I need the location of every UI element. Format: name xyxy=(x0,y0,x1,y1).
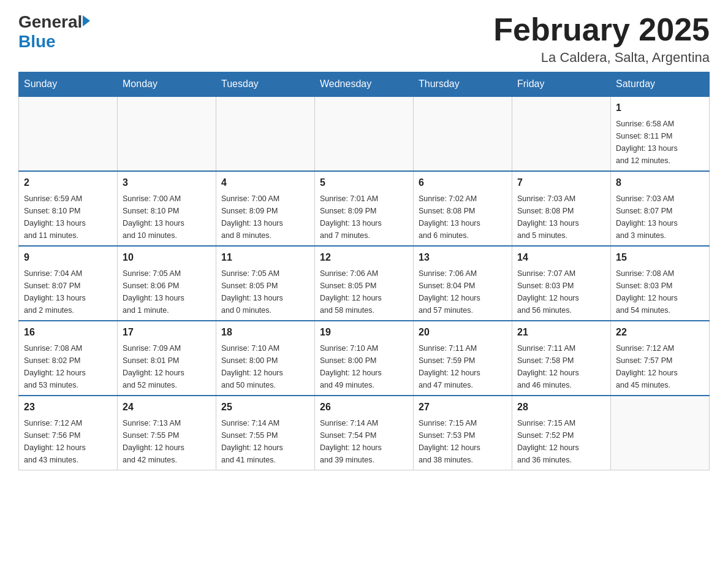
day-number: 21 xyxy=(517,325,605,340)
weekday-header-wednesday: Wednesday xyxy=(315,72,414,97)
day-number: 26 xyxy=(320,400,408,415)
weekday-header-tuesday: Tuesday xyxy=(216,72,315,97)
calendar-day-3-5: 21Sunrise: 7:11 AM Sunset: 7:58 PM Dayli… xyxy=(512,321,611,396)
calendar-day-4-6 xyxy=(611,396,710,470)
logo-general-text: General xyxy=(18,12,82,32)
day-number: 17 xyxy=(123,325,211,340)
day-info: Sunrise: 7:12 AM Sunset: 7:57 PM Dayligh… xyxy=(616,342,704,391)
calendar-day-3-4: 20Sunrise: 7:11 AM Sunset: 7:59 PM Dayli… xyxy=(414,321,512,396)
calendar-day-1-4: 6Sunrise: 7:02 AM Sunset: 8:08 PM Daylig… xyxy=(414,171,512,246)
day-number: 28 xyxy=(517,400,605,415)
day-number: 22 xyxy=(616,325,704,340)
day-info: Sunrise: 7:12 AM Sunset: 7:56 PM Dayligh… xyxy=(24,417,112,466)
calendar-day-0-3 xyxy=(315,96,414,171)
logo-area: General Blue xyxy=(18,12,90,52)
day-info: Sunrise: 7:13 AM Sunset: 7:55 PM Dayligh… xyxy=(123,417,211,466)
day-number: 24 xyxy=(123,400,211,415)
day-number: 27 xyxy=(419,400,507,415)
calendar-day-1-2: 4Sunrise: 7:00 AM Sunset: 8:09 PM Daylig… xyxy=(216,171,315,246)
calendar-week-2: 2Sunrise: 6:59 AM Sunset: 8:10 PM Daylig… xyxy=(19,171,710,246)
calendar-header: SundayMondayTuesdayWednesdayThursdayFrid… xyxy=(19,72,710,97)
day-info: Sunrise: 7:02 AM Sunset: 8:08 PM Dayligh… xyxy=(419,193,507,242)
day-info: Sunrise: 7:10 AM Sunset: 8:00 PM Dayligh… xyxy=(221,342,309,391)
weekday-header-sunday: Sunday xyxy=(19,72,118,97)
day-info: Sunrise: 7:05 AM Sunset: 8:06 PM Dayligh… xyxy=(123,267,211,316)
calendar-week-4: 16Sunrise: 7:08 AM Sunset: 8:02 PM Dayli… xyxy=(19,321,710,396)
calendar-week-3: 9Sunrise: 7:04 AM Sunset: 8:07 PM Daylig… xyxy=(19,246,710,321)
month-title: February 2025 xyxy=(493,12,710,47)
weekday-header-saturday: Saturday xyxy=(611,72,710,97)
calendar-day-0-6: 1Sunrise: 6:58 AM Sunset: 8:11 PM Daylig… xyxy=(611,96,710,171)
day-number: 19 xyxy=(320,325,408,340)
logo-blue-text: Blue xyxy=(18,32,56,51)
day-info: Sunrise: 7:11 AM Sunset: 7:58 PM Dayligh… xyxy=(517,342,605,391)
day-number: 6 xyxy=(419,175,507,190)
day-number: 9 xyxy=(24,250,112,265)
day-info: Sunrise: 7:10 AM Sunset: 8:00 PM Dayligh… xyxy=(320,342,408,391)
day-info: Sunrise: 7:07 AM Sunset: 8:03 PM Dayligh… xyxy=(517,267,605,316)
day-info: Sunrise: 7:00 AM Sunset: 8:10 PM Dayligh… xyxy=(123,193,211,242)
day-info: Sunrise: 7:08 AM Sunset: 8:03 PM Dayligh… xyxy=(616,267,704,316)
day-number: 20 xyxy=(419,325,507,340)
calendar-day-2-5: 14Sunrise: 7:07 AM Sunset: 8:03 PM Dayli… xyxy=(512,246,611,321)
calendar-day-4-1: 24Sunrise: 7:13 AM Sunset: 7:55 PM Dayli… xyxy=(118,396,216,470)
day-info: Sunrise: 7:05 AM Sunset: 8:05 PM Dayligh… xyxy=(221,267,309,316)
day-info: Sunrise: 7:08 AM Sunset: 8:02 PM Dayligh… xyxy=(24,342,112,391)
calendar-table: SundayMondayTuesdayWednesdayThursdayFrid… xyxy=(18,72,710,470)
day-info: Sunrise: 7:06 AM Sunset: 8:04 PM Dayligh… xyxy=(419,267,507,316)
calendar-day-3-6: 22Sunrise: 7:12 AM Sunset: 7:57 PM Dayli… xyxy=(611,321,710,396)
calendar-day-3-0: 16Sunrise: 7:08 AM Sunset: 8:02 PM Dayli… xyxy=(19,321,118,396)
day-number: 10 xyxy=(123,250,211,265)
logo-triangle-icon xyxy=(83,15,90,26)
calendar-week-5: 23Sunrise: 7:12 AM Sunset: 7:56 PM Dayli… xyxy=(19,396,710,470)
calendar-day-2-0: 9Sunrise: 7:04 AM Sunset: 8:07 PM Daylig… xyxy=(19,246,118,321)
day-number: 12 xyxy=(320,250,408,265)
day-info: Sunrise: 7:00 AM Sunset: 8:09 PM Dayligh… xyxy=(221,193,309,242)
logo: General xyxy=(18,12,90,32)
calendar-day-0-4 xyxy=(414,96,512,171)
weekday-header-friday: Friday xyxy=(512,72,611,97)
location-label: La Caldera, Salta, Argentina xyxy=(493,50,710,66)
page-header: General Blue February 2025 La Caldera, S… xyxy=(18,12,710,66)
day-number: 16 xyxy=(24,325,112,340)
day-info: Sunrise: 7:04 AM Sunset: 8:07 PM Dayligh… xyxy=(24,267,112,316)
calendar-day-4-5: 28Sunrise: 7:15 AM Sunset: 7:52 PM Dayli… xyxy=(512,396,611,470)
calendar-body: 1Sunrise: 6:58 AM Sunset: 8:11 PM Daylig… xyxy=(19,96,710,470)
calendar-day-2-3: 12Sunrise: 7:06 AM Sunset: 8:05 PM Dayli… xyxy=(315,246,414,321)
day-info: Sunrise: 6:58 AM Sunset: 8:11 PM Dayligh… xyxy=(616,118,704,167)
day-info: Sunrise: 7:11 AM Sunset: 7:59 PM Dayligh… xyxy=(419,342,507,391)
calendar-day-1-5: 7Sunrise: 7:03 AM Sunset: 8:08 PM Daylig… xyxy=(512,171,611,246)
day-number: 4 xyxy=(221,175,309,190)
calendar-day-0-2 xyxy=(216,96,315,171)
calendar-day-3-1: 17Sunrise: 7:09 AM Sunset: 8:01 PM Dayli… xyxy=(118,321,216,396)
calendar-day-1-3: 5Sunrise: 7:01 AM Sunset: 8:09 PM Daylig… xyxy=(315,171,414,246)
day-number: 15 xyxy=(616,250,704,265)
day-info: Sunrise: 7:14 AM Sunset: 7:55 PM Dayligh… xyxy=(221,417,309,466)
calendar-day-3-2: 18Sunrise: 7:10 AM Sunset: 8:00 PM Dayli… xyxy=(216,321,315,396)
day-number: 1 xyxy=(616,101,704,115)
calendar-day-3-3: 19Sunrise: 7:10 AM Sunset: 8:00 PM Dayli… xyxy=(315,321,414,396)
calendar-day-0-5 xyxy=(512,96,611,171)
calendar-week-1: 1Sunrise: 6:58 AM Sunset: 8:11 PM Daylig… xyxy=(19,96,710,171)
calendar-day-2-2: 11Sunrise: 7:05 AM Sunset: 8:05 PM Dayli… xyxy=(216,246,315,321)
weekday-header-thursday: Thursday xyxy=(414,72,512,97)
calendar-day-0-0 xyxy=(19,96,118,171)
day-number: 25 xyxy=(221,400,309,415)
calendar-day-1-6: 8Sunrise: 7:03 AM Sunset: 8:07 PM Daylig… xyxy=(611,171,710,246)
calendar-day-1-0: 2Sunrise: 6:59 AM Sunset: 8:10 PM Daylig… xyxy=(19,171,118,246)
logo-blue-line: Blue xyxy=(18,32,56,52)
day-number: 5 xyxy=(320,175,408,190)
calendar-day-4-2: 25Sunrise: 7:14 AM Sunset: 7:55 PM Dayli… xyxy=(216,396,315,470)
day-info: Sunrise: 7:01 AM Sunset: 8:09 PM Dayligh… xyxy=(320,193,408,242)
day-number: 3 xyxy=(123,175,211,190)
day-info: Sunrise: 7:03 AM Sunset: 8:08 PM Dayligh… xyxy=(517,193,605,242)
day-info: Sunrise: 7:14 AM Sunset: 7:54 PM Dayligh… xyxy=(320,417,408,466)
weekday-header-row: SundayMondayTuesdayWednesdayThursdayFrid… xyxy=(19,72,710,97)
calendar-day-2-4: 13Sunrise: 7:06 AM Sunset: 8:04 PM Dayli… xyxy=(414,246,512,321)
calendar-day-4-3: 26Sunrise: 7:14 AM Sunset: 7:54 PM Dayli… xyxy=(315,396,414,470)
day-info: Sunrise: 7:15 AM Sunset: 7:53 PM Dayligh… xyxy=(419,417,507,466)
day-number: 14 xyxy=(517,250,605,265)
calendar-day-2-1: 10Sunrise: 7:05 AM Sunset: 8:06 PM Dayli… xyxy=(118,246,216,321)
calendar-day-1-1: 3Sunrise: 7:00 AM Sunset: 8:10 PM Daylig… xyxy=(118,171,216,246)
day-number: 18 xyxy=(221,325,309,340)
